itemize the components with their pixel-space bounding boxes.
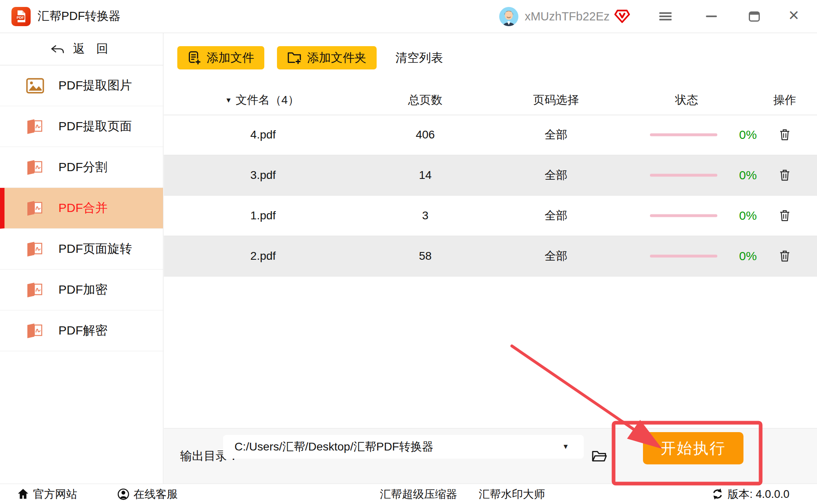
delete-row-button[interactable] bbox=[774, 129, 795, 141]
pdf-page-icon bbox=[25, 241, 45, 257]
trash-icon bbox=[779, 250, 790, 262]
page-count: 3 bbox=[384, 209, 466, 222]
sidebar-item-pdf-rotate[interactable]: PDF页面旋转 bbox=[0, 229, 163, 270]
sidebar-item-label: PDF提取图片 bbox=[58, 77, 132, 94]
sidebar-item-label: PDF提取页面 bbox=[58, 118, 132, 135]
progress-percent: 0% bbox=[730, 168, 766, 182]
sidebar-item-pdf-split[interactable]: PDF分割 bbox=[0, 147, 163, 188]
column-header-status: 状态 bbox=[646, 92, 728, 108]
watermark-product-link[interactable]: 汇帮水印大师 bbox=[479, 487, 545, 502]
progress-bar bbox=[650, 214, 717, 217]
sidebar-item-label: PDF加密 bbox=[58, 281, 107, 298]
titlebar-right: xMUzhTFb22Ez × bbox=[499, 7, 817, 26]
sidebar-item-pdf-extract-page[interactable]: PDF提取页面 bbox=[0, 106, 163, 147]
maximize-button[interactable] bbox=[749, 11, 760, 22]
chevron-down-icon[interactable]: ▼ bbox=[562, 443, 569, 451]
hamburger-menu-icon[interactable] bbox=[659, 12, 672, 14]
app-title: 汇帮PDF转换器 bbox=[38, 8, 121, 25]
sidebar-item-pdf-merge[interactable]: PDF合并 bbox=[0, 188, 163, 229]
sidebar-item-label: PDF解密 bbox=[58, 322, 107, 339]
progress-bar bbox=[650, 174, 717, 177]
open-folder-icon bbox=[591, 449, 607, 463]
sidebar-item-pdf-extract-image[interactable]: PDF提取图片 bbox=[0, 65, 163, 106]
add-folder-button[interactable]: 添加文件夹 bbox=[277, 46, 377, 69]
add-folder-label: 添加文件夹 bbox=[307, 50, 366, 66]
logo-pdf-text: PDF bbox=[16, 16, 24, 20]
pdf-page-icon bbox=[25, 119, 45, 134]
start-execute-button[interactable]: 开始执行 bbox=[643, 432, 743, 464]
page-count: 406 bbox=[384, 128, 466, 141]
refresh-icon bbox=[712, 488, 723, 500]
file-name: 3.pdf bbox=[222, 169, 304, 182]
progress-bar bbox=[650, 134, 717, 136]
sidebar: 返 回 PDF提取图片 PDF提取页面 bbox=[0, 33, 163, 484]
progress-percent: 0% bbox=[730, 209, 766, 223]
output-path-dropdown[interactable]: C:/Users/汇帮/Desktop/汇帮PDF转换器 ▼ bbox=[223, 435, 584, 459]
close-button[interactable]: × bbox=[788, 6, 799, 24]
file-name: 2.pdf bbox=[222, 250, 304, 263]
sidebar-item-pdf-decrypt[interactable]: PDF解密 bbox=[0, 310, 163, 351]
file-name: 1.pdf bbox=[222, 209, 304, 222]
column-header-pages: 总页数 bbox=[393, 92, 458, 108]
home-icon bbox=[17, 488, 29, 500]
add-folder-icon bbox=[287, 51, 301, 65]
clear-list-button[interactable]: 清空列表 bbox=[395, 50, 443, 66]
add-file-icon bbox=[188, 51, 201, 65]
version-text: 版本: 4.0.0.0 bbox=[728, 487, 790, 502]
page-range[interactable]: 全部 bbox=[515, 208, 597, 223]
browse-folder-button[interactable] bbox=[591, 449, 607, 463]
app-logo-icon: PDF bbox=[11, 7, 31, 26]
back-button[interactable]: 返 回 bbox=[0, 33, 163, 65]
progress-percent: 0% bbox=[730, 249, 766, 263]
sidebar-item-label: PDF页面旋转 bbox=[58, 241, 132, 257]
column-header-page-range: 页码选择 bbox=[515, 92, 597, 108]
progress-percent: 0% bbox=[730, 128, 766, 142]
progress-bar bbox=[650, 255, 717, 258]
toolbar: 添加文件 添加文件夹 清空列表 bbox=[177, 46, 443, 69]
output-path-value: C:/Users/汇帮/Desktop/汇帮PDF转换器 bbox=[234, 439, 433, 455]
back-arrow-icon bbox=[51, 45, 65, 54]
delete-row-button[interactable] bbox=[774, 210, 795, 222]
page-range[interactable]: 全部 bbox=[515, 167, 597, 183]
username: xMUzhTFb22Ez bbox=[525, 10, 609, 23]
delete-row-button[interactable] bbox=[774, 250, 795, 262]
official-website-link[interactable]: 官方网站 bbox=[17, 487, 77, 502]
vip-badge-icon[interactable] bbox=[614, 9, 630, 24]
output-bar: 输出目录： C:/Users/汇帮/Desktop/汇帮PDF转换器 ▼ 开始执… bbox=[164, 428, 817, 484]
trash-icon bbox=[779, 210, 790, 222]
column-header-filename[interactable]: ▼ 文件名（4） bbox=[225, 92, 299, 108]
sidebar-item-label: PDF合并 bbox=[58, 200, 107, 216]
pdf-page-icon bbox=[25, 282, 45, 298]
footer: 官方网站 在线客服 汇帮超级压缩器 汇帮水印大师 版本: 4.0.0.0 bbox=[0, 484, 817, 504]
add-file-button[interactable]: 添加文件 bbox=[177, 46, 264, 69]
page-count: 14 bbox=[384, 169, 466, 182]
trash-icon bbox=[779, 129, 790, 141]
page-range[interactable]: 全部 bbox=[515, 248, 597, 264]
column-header-actions: 操作 bbox=[752, 92, 817, 108]
trash-icon bbox=[779, 169, 790, 181]
image-icon bbox=[25, 78, 45, 94]
minimize-button[interactable] bbox=[706, 16, 717, 17]
user-avatar[interactable] bbox=[499, 7, 518, 26]
table-row[interactable]: 4.pdf 406 全部 0% bbox=[164, 115, 817, 155]
table-row[interactable]: 3.pdf 14 全部 0% bbox=[164, 155, 817, 196]
table-row[interactable]: 2.pdf 58 全部 0% bbox=[164, 236, 817, 277]
main-content: 添加文件 添加文件夹 清空列表 ▼ 文件名（4） 总页数 页码选择 状态 操作 bbox=[164, 33, 817, 428]
compressor-product-link[interactable]: 汇帮超级压缩器 bbox=[380, 487, 457, 502]
table-body: 4.pdf 406 全部 0% 3.pdf 14 全部 bbox=[164, 115, 817, 277]
file-name: 4.pdf bbox=[222, 128, 304, 141]
sidebar-item-pdf-encrypt[interactable]: PDF加密 bbox=[0, 270, 163, 310]
online-support-link[interactable]: 在线客服 bbox=[117, 487, 178, 502]
pdf-page-icon bbox=[25, 201, 45, 216]
table-header: ▼ 文件名（4） 总页数 页码选择 状态 操作 bbox=[164, 85, 817, 115]
version-info: 版本: 4.0.0.0 bbox=[712, 487, 790, 502]
table-row[interactable]: 1.pdf 3 全部 0% bbox=[164, 196, 817, 236]
page-count: 58 bbox=[384, 250, 466, 263]
delete-row-button[interactable] bbox=[774, 169, 795, 181]
app-window: PDF 汇帮PDF转换器 xMUzhTFb22Ez bbox=[0, 0, 817, 504]
sidebar-item-label: PDF分割 bbox=[58, 159, 107, 176]
pdf-page-icon bbox=[25, 323, 45, 339]
titlebar: PDF 汇帮PDF转换器 xMUzhTFb22Ez bbox=[0, 0, 817, 33]
page-range[interactable]: 全部 bbox=[515, 127, 597, 143]
add-file-label: 添加文件 bbox=[207, 50, 254, 66]
